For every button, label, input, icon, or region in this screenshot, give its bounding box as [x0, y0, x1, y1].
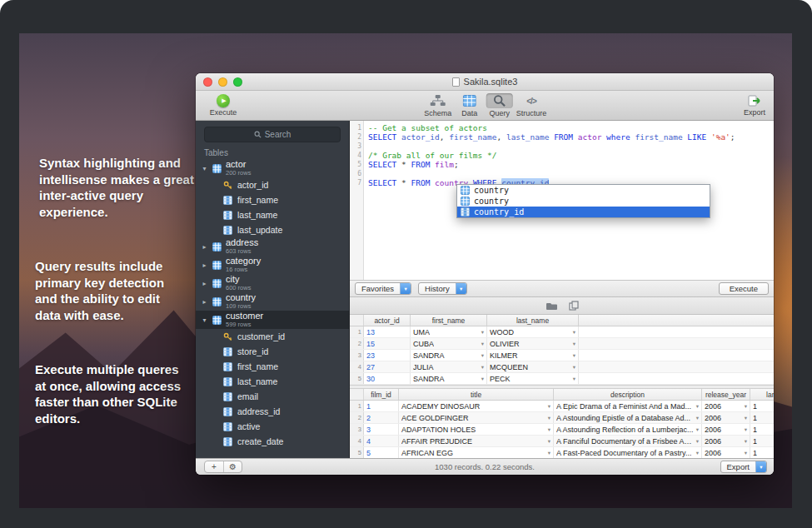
execute-query-button[interactable]: Execute [719, 282, 769, 295]
toolbar-view-data[interactable]: Data [456, 93, 483, 117]
chevron-down-icon[interactable]: ▾ [400, 283, 411, 294]
cell-dropdown-icon[interactable]: ▾ [480, 329, 484, 336]
cell-dropdown-icon[interactable]: ▾ [743, 415, 747, 421]
export-toolbar-button[interactable]: Export [744, 94, 765, 117]
row-number[interactable]: 5 [350, 373, 364, 384]
row-number[interactable]: 3 [350, 424, 364, 435]
cell[interactable]: 2006▾ [702, 412, 750, 423]
column-header-langu[interactable]: langu [750, 389, 774, 400]
cell[interactable]: 1 [364, 401, 399, 411]
cell[interactable]: CUBA▾ [411, 338, 487, 349]
cell-dropdown-icon[interactable]: ▾ [743, 426, 747, 433]
query-editor[interactable]: 1234567 -- Get a subset of actorsSELECT … [350, 121, 774, 281]
cell-dropdown-icon[interactable]: ▾ [546, 450, 550, 456]
sidebar-table-country[interactable]: ▸country109 rows [196, 292, 349, 311]
cell[interactable]: OLIVIER▾ [487, 338, 579, 349]
cell[interactable]: 2006▾ [702, 424, 750, 435]
column-header-first_name[interactable]: first_name [411, 315, 487, 326]
cell[interactable]: SANDRA▾ [411, 373, 487, 384]
cell-dropdown-icon[interactable]: ▾ [546, 403, 550, 410]
cell[interactable]: 1 [750, 401, 774, 411]
toolbar-view-schema[interactable]: Schema [423, 93, 453, 117]
column-header-last_name[interactable]: last_name [487, 315, 579, 326]
cell-dropdown-icon[interactable]: ▾ [480, 341, 484, 347]
cell-dropdown-icon[interactable]: ▾ [571, 376, 575, 382]
cell-dropdown-icon[interactable]: ▾ [695, 415, 699, 421]
chevron-down-icon[interactable]: ▾ [456, 283, 466, 294]
autocomplete-item[interactable]: country [457, 185, 710, 196]
minimize-button[interactable] [218, 77, 227, 87]
cell-dropdown-icon[interactable]: ▾ [695, 450, 699, 456]
cell[interactable]: 30 [364, 373, 411, 384]
row-number[interactable]: 2 [350, 412, 364, 423]
gear-icon[interactable]: ⚙ [223, 461, 242, 472]
zoom-button[interactable] [233, 77, 242, 87]
cell-dropdown-icon[interactable]: ▾ [695, 438, 699, 445]
history-button[interactable]: History ▾ [418, 282, 467, 295]
sidebar-column-address_id[interactable]: address_id [196, 404, 349, 419]
cell[interactable]: 5 [364, 447, 399, 458]
sidebar-column-last_name[interactable]: last_name [196, 374, 349, 389]
sidebar-column-last_update[interactable]: last_update [196, 222, 349, 237]
sidebar-table-city[interactable]: ▸city600 rows [196, 274, 349, 292]
column-header-description[interactable]: description [554, 389, 702, 400]
disclosure-triangle[interactable]: ▾ [201, 165, 208, 172]
cell[interactable]: A Fast-Paced Documentary of a Pastry...▾ [554, 447, 702, 458]
cell-dropdown-icon[interactable]: ▾ [546, 438, 550, 445]
disclosure-triangle[interactable]: ▸ [201, 298, 208, 306]
cell-dropdown-icon[interactable]: ▾ [480, 364, 484, 371]
cell[interactable]: 2006▾ [702, 447, 750, 458]
sidebar-table-address[interactable]: ▸address603 rows [196, 237, 349, 256]
cell[interactable]: MCQUEEN▾ [487, 361, 579, 372]
cell[interactable]: 1 [750, 436, 774, 446]
cell[interactable]: 23 [364, 350, 411, 361]
cell[interactable]: 1 [750, 447, 774, 458]
sidebar-column-create_date[interactable]: create_date [196, 434, 349, 449]
add-button[interactable]: + [205, 461, 223, 472]
cell-dropdown-icon[interactable]: ▾ [546, 426, 550, 433]
sidebar-column-email[interactable]: email [196, 389, 349, 404]
export-results-button[interactable] [545, 301, 557, 311]
cell-dropdown-icon[interactable]: ▾ [743, 450, 747, 456]
sidebar-column-customer_id[interactable]: customer_id [196, 329, 349, 344]
row-number[interactable]: 4 [350, 361, 364, 372]
sidebar-table-customer[interactable]: ▾customer599 rows [196, 311, 349, 329]
cell[interactable]: 3 [364, 424, 399, 435]
cell-dropdown-icon[interactable]: ▾ [571, 364, 575, 371]
sidebar-column-first_name[interactable]: first_name [196, 192, 349, 207]
autocomplete-item[interactable]: country [457, 196, 710, 207]
cell[interactable]: ACADEMY DINOSAUR▾ [399, 401, 554, 411]
sidebar-table-category[interactable]: ▸category16 rows [196, 256, 349, 274]
sidebar-column-actor_id[interactable]: actor_id [196, 177, 349, 192]
row-number[interactable]: 3 [350, 350, 364, 361]
export-records-button[interactable]: Export ▾ [720, 461, 767, 473]
cell[interactable]: 1 [750, 412, 774, 423]
cell[interactable]: A Fanciful Documentary of a Frisbee An..… [554, 436, 702, 446]
cell[interactable]: 15 [364, 338, 411, 349]
cell-dropdown-icon[interactable]: ▾ [743, 438, 747, 445]
column-header-title[interactable]: title [399, 389, 554, 400]
cell-dropdown-icon[interactable]: ▾ [480, 376, 484, 382]
favorites-button[interactable]: Favorites ▾ [355, 282, 411, 295]
disclosure-triangle[interactable]: ▸ [201, 280, 208, 287]
execute-toolbar-button[interactable]: ▶ Execute [204, 94, 242, 117]
cell-dropdown-icon[interactable]: ▾ [695, 403, 699, 410]
row-number[interactable]: 4 [350, 436, 364, 446]
cell[interactable]: 4 [364, 436, 399, 446]
cell[interactable]: UMA▾ [411, 326, 487, 337]
cell-dropdown-icon[interactable]: ▾ [571, 341, 575, 347]
sidebar-column-active[interactable]: active [196, 419, 349, 434]
row-number[interactable]: 1 [350, 326, 364, 337]
sidebar-column-first_name[interactable]: first_name [196, 359, 349, 374]
cell[interactable]: 2006▾ [702, 401, 750, 411]
cell[interactable]: AFRICAN EGG▾ [399, 447, 554, 458]
row-number[interactable]: 1 [350, 401, 364, 411]
cell[interactable]: 2006▾ [702, 436, 750, 446]
copy-results-button[interactable] [569, 301, 579, 311]
column-header-film_id[interactable]: film_id [364, 389, 399, 400]
toolbar-view-query[interactable]: Query [486, 93, 513, 117]
cell[interactable]: PECK▾ [487, 373, 579, 384]
cell[interactable]: ACE GOLDFINGER▾ [399, 412, 554, 423]
autocomplete-item[interactable]: country_id [457, 207, 710, 217]
disclosure-triangle[interactable]: ▸ [201, 262, 208, 269]
